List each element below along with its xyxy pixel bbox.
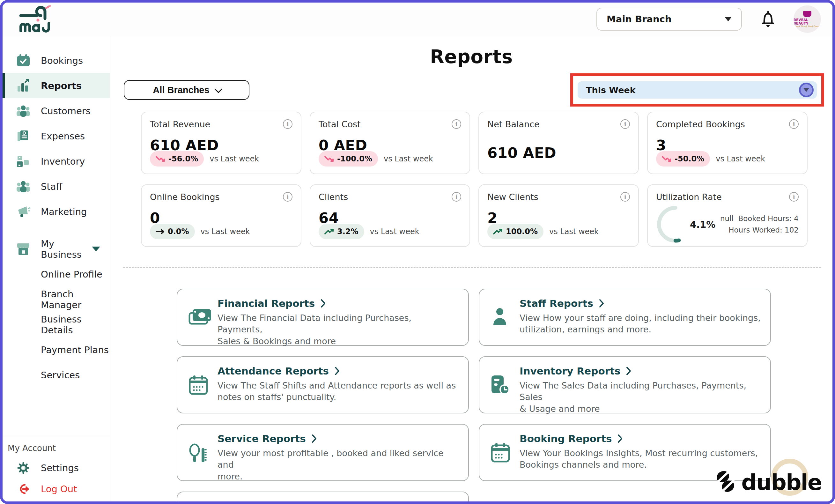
report-card-desc: Bookings channels and more. [520, 460, 647, 469]
info-icon[interactable]: i [452, 119, 461, 129]
logout-icon [16, 483, 30, 495]
sidebar-subitem-payment-plans[interactable]: Payment Plans [3, 337, 110, 362]
trend-value: 3.2% [337, 227, 359, 236]
sidebar: Bookings Reports Customers Expenses [3, 36, 110, 501]
report-card-staff[interactable]: Staff Reports View How your staff are do… [479, 289, 771, 346]
sidebar-item-logout[interactable]: Log Out [3, 479, 110, 500]
report-card-desc: View The Sales Data including Purchases,… [520, 381, 746, 402]
sidebar-item-marketing[interactable]: Marketing [3, 199, 110, 224]
chevron-right-icon [626, 366, 631, 376]
stat-value: 610 AED [487, 144, 630, 161]
stat-label: Utilization Rate [656, 192, 722, 202]
banknote-icon [188, 298, 218, 345]
info-icon[interactable]: i [283, 192, 292, 202]
user-avatar[interactable]: REVEAL BEAUTY Look Good, Feel Good [794, 5, 821, 33]
all-branches-dropdown[interactable]: All Branches [124, 80, 249, 100]
sidebar-item-inventory[interactable]: Inventory [3, 149, 110, 174]
info-icon[interactable]: i [789, 119, 799, 129]
survey-icon [188, 501, 218, 501]
dubble-logo-icon [714, 468, 738, 497]
top-bar: Main Branch REVEAL BEAUTY Look Good, Fee… [3, 3, 832, 36]
period-dropdown[interactable]: This Week [577, 81, 817, 99]
subitem-label: Payment Plans [41, 344, 109, 355]
compare-label: vs Last week [549, 227, 599, 236]
report-card-title: Staff Reports [520, 298, 593, 309]
sidebar-item-bookings[interactable]: Bookings [3, 48, 110, 73]
waj-logo [17, 5, 58, 33]
stat-label: Total Revenue [150, 119, 210, 129]
chevron-down-icon [214, 85, 222, 93]
report-card-desc: notes on staffs' punctuality. [218, 392, 336, 402]
sidebar-item-reports[interactable]: Reports [3, 73, 110, 98]
chevron-right-icon [312, 434, 317, 443]
sidebar-subitem-business-details[interactable]: Business Details [3, 312, 110, 337]
subitem-label: Online Profile [41, 269, 102, 280]
report-card-survey-reviews[interactable]: Survey Reviews [177, 491, 469, 501]
utilization-detail: null Booked Hours: 4Hours Worked: 102 [720, 213, 799, 236]
info-icon[interactable]: i [452, 192, 461, 202]
sidebar-item-customers[interactable]: Customers [3, 98, 110, 123]
info-icon[interactable]: i [620, 192, 630, 202]
stat-label: New Clients [487, 192, 538, 202]
hours-worked: Hours Worked: 102 [729, 226, 799, 234]
report-card-service[interactable]: Service Reports View your most profitabl… [177, 424, 469, 481]
stat-card-completed-bookings: Completed Bookingsi 3 -50.0% vs Last wee… [647, 112, 808, 174]
sidebar-item-expenses[interactable]: Expenses [3, 123, 110, 149]
trend-down-icon [662, 155, 672, 162]
stat-label: Net Balance [487, 119, 539, 129]
booked-hours: null Booked Hours: 4 [720, 214, 799, 223]
sidebar-subitem-online-profile[interactable]: Online Profile [3, 262, 110, 287]
report-card-title: Attendance Reports [218, 365, 329, 377]
trend-badge: 3.2% [319, 224, 364, 239]
report-card-inventory[interactable]: Inventory Reports View The Sales Data in… [479, 356, 771, 414]
utilization-value: 4.1% [690, 219, 715, 230]
trend-badge: 100.0% [487, 224, 544, 239]
trend-badge: 0.0% [150, 224, 195, 239]
report-card-title: Service Reports [218, 433, 306, 444]
subitem-label: Services [41, 370, 80, 381]
sidebar-item-label: Log Out [41, 484, 77, 495]
sidebar-item-staff[interactable]: Staff [3, 174, 110, 199]
sidebar-item-settings[interactable]: Settings [3, 458, 110, 479]
info-icon[interactable]: i [620, 119, 630, 129]
calendar-check-icon [16, 54, 30, 67]
report-card-title: Inventory Reports [520, 365, 620, 377]
stat-card-clients: Clientsi 64 3.2% vs Last week [310, 184, 470, 247]
notifications-bell-icon[interactable] [760, 10, 776, 28]
trend-badge: -50.0% [656, 151, 710, 166]
sidebar-item-label: Staff [41, 181, 62, 192]
sidebar-subitem-branch-manager[interactable]: Branch Manager [3, 287, 110, 312]
info-icon[interactable]: i [789, 192, 799, 202]
dubble-watermark: dubble [714, 468, 821, 497]
compare-label: vs Last week [716, 155, 765, 163]
annotation-highlight-red: This Week [570, 73, 824, 106]
report-card-attendance[interactable]: Attendance Reports View The Staff Shifts… [177, 356, 469, 414]
sidebar-item-my-business[interactable]: My Business [3, 236, 110, 262]
report-card-financial[interactable]: Financial Reports View The Financial Dat… [177, 289, 469, 346]
compare-label: vs Last week [209, 155, 259, 163]
stat-card-online-bookings: Online Bookingsi 0 0.0% vs Last week [141, 184, 301, 247]
sidebar-item-label: Expenses [41, 131, 85, 142]
sidebar-subitem-services[interactable]: Services [3, 362, 110, 387]
mirror-comb-icon [188, 433, 218, 480]
stat-card-utilization-rate: Utilization Ratei 4.1% null Booked Hours… [647, 184, 808, 247]
people-icon [16, 105, 30, 117]
stat-card-total-revenue: Total Revenuei 610 AED -56.0% vs Last we… [141, 112, 301, 174]
compare-label: vs Last week [370, 227, 420, 236]
page-title: Reports [110, 46, 832, 68]
period-chevron-button[interactable] [799, 83, 814, 97]
sidebar-item-label: Settings [41, 463, 79, 473]
report-card-desc: View How your staff are doing, including… [520, 313, 761, 323]
report-card-desc: utilization, earnings and more. [520, 324, 651, 334]
info-icon[interactable]: i [283, 119, 292, 129]
trend-up-icon [324, 228, 334, 235]
sidebar-item-label: Bookings [41, 55, 83, 66]
avatar-emblem [803, 11, 811, 17]
trend-badge: -56.0% [150, 151, 204, 166]
section-divider [123, 267, 821, 268]
report-card-desc: & Usage and more [520, 404, 600, 414]
chevron-down-icon [92, 247, 100, 251]
megaphone-icon [16, 205, 30, 218]
stat-label: Completed Bookings [656, 119, 745, 129]
branch-selector-dropdown[interactable]: Main Branch [596, 8, 742, 31]
